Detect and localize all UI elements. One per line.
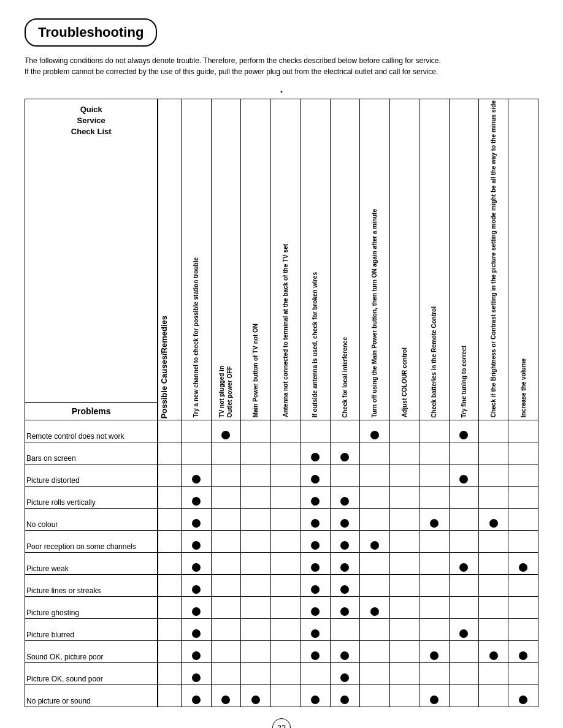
problem-label: Picture ghosting [25,597,158,619]
dot-cell-r6-c5 [301,553,330,575]
dot-cell-r4-c10 [449,509,478,531]
dot-cell-r6-c9 [419,553,449,575]
dot-indicator [340,453,349,461]
dot-cell-r12-c10 [449,685,478,707]
dot-cell-r9-c8 [389,619,419,641]
dot-cell-r0-c9 [419,420,449,442]
dot-cell-r5-c4 [270,531,300,553]
dot-cell-r11-c10 [449,663,478,685]
table-row: Picture weak [25,553,538,575]
dot-cell-r11-c6 [330,663,359,685]
dot-cell-r11-c11 [479,663,508,685]
dot-cell-r6-c12 [508,553,538,575]
dot-cell-r0-c6 [330,420,359,442]
problem-label: Picture distorted [25,464,158,487]
dot-cell-r9-c5 [301,619,330,641]
possible-causes-cell [158,685,181,707]
col-header-1: TV not plugged inOutlet power OFF [211,99,240,420]
table-row: Picture rolls vertically [25,487,538,509]
page-title: Troubleshooting [38,25,144,40]
dot-cell-r4-c1 [182,509,211,531]
dot-cell-r1-c11 [479,442,508,464]
dot-cell-r9-c10 [449,619,478,641]
dot-indicator [311,519,320,528]
dot-cell-r9-c11 [479,619,508,641]
possible-causes-cell [158,442,181,464]
dot-indicator [192,475,201,483]
dot-cell-r1-c3 [241,442,270,464]
dot-cell-r3-c1 [182,487,211,509]
dot-indicator [311,585,320,594]
dot-cell-r6-c10 [449,553,478,575]
dot-cell-r11-c9 [419,663,449,685]
dot-cell-r5-c2 [211,531,240,553]
problem-label: Remote control does not work [25,420,158,442]
possible-causes-cell [158,619,181,641]
dot-cell-r2-c5 [301,464,330,487]
troubleshooting-table: QuickServiceCheck List Problems Possible… [25,99,538,707]
dot-cell-r3-c12 [508,487,538,509]
dot-indicator [340,519,349,528]
dot-cell-r2-c11 [479,464,508,487]
dot-indicator [340,673,349,682]
dot-cell-r3-c8 [389,487,419,509]
dot-cell-r10-c10 [449,641,478,663]
page-number-section: 22 [25,718,538,728]
dot-cell-r0-c4 [270,420,300,442]
dot-cell-r5-c5 [301,531,330,553]
title-section: Troubleshooting [25,18,538,55]
dot-indicator [459,475,468,483]
table-row: No picture or sound [25,685,538,707]
dot-cell-r0-c12 [508,420,538,442]
dot-cell-r8-c5 [301,597,330,619]
dot-indicator [340,585,349,594]
dot-cell-r5-c1 [182,531,211,553]
dot-cell-r7-c10 [449,575,478,597]
dot-indicator [340,651,349,660]
possible-causes-cell [158,575,181,597]
dot-indicator [489,651,498,660]
dot-cell-r4-c2 [211,509,240,531]
dot-cell-r6-c2 [211,553,240,575]
title-box: Troubleshooting [25,18,157,47]
dot-cell-r2-c2 [211,464,240,487]
dot-indicator [519,563,527,572]
dot-indicator [311,475,320,483]
dot-cell-r4-c9 [419,509,449,531]
dot-indicator [192,563,201,572]
dot-indicator [459,431,468,439]
dot-cell-r6-c4 [270,553,300,575]
dot-cell-r5-c9 [419,531,449,553]
dot-indicator [340,497,349,506]
dot-cell-r8-c8 [389,597,419,619]
col-header-5: Check for local interference [330,99,359,420]
dot-cell-r8-c12 [508,597,538,619]
dot-cell-r6-c11 [479,553,508,575]
dot-cell-r4-c5 [301,509,330,531]
page-number: 22 [272,718,291,728]
dot-cell-r0-c10 [449,420,478,442]
dot-cell-r11-c5 [301,663,330,685]
dot-cell-r9-c6 [330,619,359,641]
dot-cell-r4-c4 [270,509,300,531]
dot-cell-r2-c3 [241,464,270,487]
dot-indicator [192,541,201,550]
dot-indicator [459,563,468,572]
dot-indicator [311,629,320,638]
dot-indicator [370,541,379,550]
dot-cell-r9-c4 [270,619,300,641]
dot-cell-r2-c1 [182,464,211,487]
dot-indicator [340,607,349,616]
dot-indicator [192,651,201,660]
dot-cell-r12-c3 [241,685,270,707]
problem-label: Picture rolls vertically [25,487,158,509]
dot-cell-r6-c8 [389,553,419,575]
dot-cell-r1-c8 [389,442,419,464]
dot-cell-r10-c1 [182,641,211,663]
dot-cell-r5-c8 [389,531,419,553]
table-row: No colour [25,509,538,531]
dot-cell-r8-c10 [449,597,478,619]
dot-cell-r6-c7 [360,553,389,575]
dot-cell-r8-c9 [419,597,449,619]
problem-label: Picture weak [25,553,158,575]
